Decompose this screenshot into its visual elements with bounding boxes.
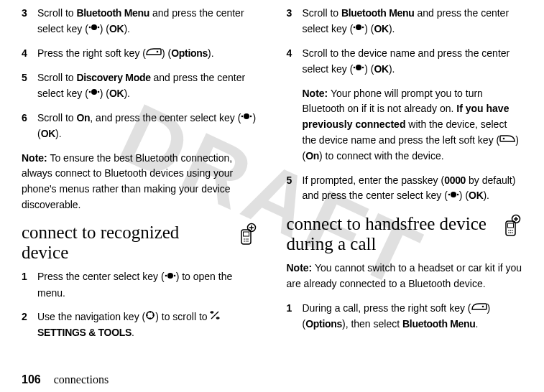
- text: ).: [55, 128, 62, 139]
- center-select-icon: [353, 61, 364, 77]
- bold-text: Bluetooth Menu: [76, 7, 149, 19]
- step-body: Scroll to Bluetooth Menu and press the c…: [37, 6, 258, 37]
- left-substep-2: 2 Use the navigation key () to scroll to…: [22, 309, 258, 341]
- on-label: On: [305, 150, 319, 162]
- options-label: Options: [305, 318, 342, 330]
- svg-point-48: [510, 233, 512, 234]
- text: , and press the center select key (: [90, 112, 241, 123]
- text: ).: [208, 47, 214, 59]
- svg-point-3: [157, 51, 159, 53]
- ok-label: OK: [374, 23, 389, 34]
- right-column: 3 Scroll to Bluetooth Menu and press the…: [287, 6, 523, 350]
- step-number: 2: [22, 309, 37, 341]
- note-text: You cannot switch to a headset or car ki…: [287, 262, 522, 289]
- content-columns: 3 Scroll to Bluetooth Menu and press the…: [22, 6, 522, 350]
- step-body: Scroll to Bluetooth Menu and press the c…: [303, 6, 523, 37]
- svg-point-33: [354, 67, 356, 69]
- center-select-icon: [88, 85, 100, 101]
- bluetooth-phone-icon: [499, 214, 522, 237]
- svg-point-15: [244, 239, 245, 241]
- text: ) (: [100, 88, 109, 99]
- step-number: 4: [22, 46, 37, 62]
- bold-text: On: [76, 112, 90, 123]
- text: ).: [389, 63, 395, 75]
- left-step-4: 4 Press the right soft key () (Options).: [22, 46, 258, 62]
- right-step-3: 3 Scroll to Bluetooth Menu and press the…: [287, 6, 523, 37]
- svg-rect-43: [508, 223, 514, 228]
- step-number: 5: [22, 70, 37, 102]
- text: Scroll to the device name and press the …: [303, 47, 510, 75]
- svg-point-49: [512, 233, 513, 234]
- page-number: 106: [22, 373, 41, 386]
- note-label: Note:: [303, 88, 328, 99]
- step-body: If prompted, enter the passkey (0000 by …: [303, 173, 523, 205]
- text: Press the right soft key (: [37, 47, 146, 59]
- text: Scroll to: [37, 112, 76, 123]
- right-note-1: Note: Your phone will prompt you to turn…: [303, 86, 523, 164]
- svg-point-20: [247, 241, 249, 243]
- left-step-3: 3 Scroll to Bluetooth Menu and press the…: [22, 6, 258, 37]
- svg-point-22: [165, 275, 167, 277]
- svg-point-26: [149, 317, 151, 319]
- svg-point-17: [247, 239, 249, 241]
- right-softkey-icon: [146, 45, 162, 61]
- svg-point-28: [153, 314, 155, 315]
- text: If prompted, enter the passkey (: [303, 174, 445, 186]
- svg-point-31: [362, 27, 364, 29]
- center-select-icon: [353, 21, 364, 37]
- svg-point-7: [244, 113, 249, 119]
- text: ).: [124, 88, 130, 99]
- svg-point-44: [508, 230, 510, 232]
- step-number: 3: [287, 6, 303, 37]
- text: Scroll to: [303, 7, 341, 19]
- step-body: Scroll to On, and press the center selec…: [37, 111, 258, 142]
- svg-point-16: [245, 239, 246, 241]
- text: ) (: [459, 190, 469, 201]
- svg-point-32: [356, 65, 361, 70]
- text: ), then select: [342, 318, 402, 330]
- section-heading: connect to recognized device: [22, 223, 231, 262]
- text: During a call, press the right soft key …: [303, 302, 471, 314]
- text: ).: [483, 190, 489, 201]
- bold-text: Discovery Mode: [76, 72, 150, 83]
- step-body: Scroll to the device name and press the …: [303, 46, 523, 78]
- svg-point-23: [173, 275, 175, 277]
- svg-point-2: [98, 27, 100, 29]
- svg-point-46: [512, 230, 513, 232]
- center-select-icon: [88, 21, 100, 37]
- svg-point-34: [362, 67, 364, 69]
- text: ) (: [364, 63, 374, 75]
- page-footer: 106connections: [22, 373, 109, 386]
- step-number: 5: [287, 173, 303, 205]
- ok-label: OK: [109, 88, 124, 99]
- ok-label: OK: [109, 23, 124, 34]
- svg-point-27: [147, 314, 148, 315]
- step-body: During a call, press the right soft key …: [303, 301, 523, 332]
- settings-tools-label: SETTINGS & TOOLS: [37, 327, 132, 338]
- svg-point-47: [508, 233, 510, 234]
- svg-point-29: [356, 24, 361, 30]
- right-note-2: Note: You cannot switch to a headset or …: [287, 261, 523, 291]
- svg-point-21: [167, 273, 173, 279]
- svg-rect-14: [243, 232, 249, 236]
- right-step-4: 4 Scroll to the device name and press th…: [287, 46, 523, 78]
- svg-point-9: [250, 116, 252, 118]
- svg-point-0: [91, 24, 97, 30]
- text: ) (: [162, 47, 171, 59]
- text: ) (: [364, 23, 374, 34]
- right-softkey-icon: [471, 300, 487, 316]
- step-body: Use the navigation key () to scroll to S…: [37, 309, 258, 341]
- svg-point-19: [245, 241, 246, 243]
- text: Use the navigation key (: [37, 311, 145, 322]
- tools-icon: [210, 309, 220, 325]
- right-step-5: 5 If prompted, enter the passkey (0000 b…: [287, 173, 523, 205]
- svg-point-35: [503, 138, 505, 140]
- text: ) (: [100, 23, 109, 34]
- svg-point-30: [354, 27, 356, 29]
- ok-label: OK: [469, 190, 483, 201]
- svg-point-18: [244, 241, 245, 243]
- note-label: Note:: [22, 152, 47, 164]
- svg-point-8: [241, 116, 244, 118]
- left-note: Note: To ensure the best Bluetooth conne…: [22, 151, 258, 213]
- ok-label: OK: [41, 128, 55, 139]
